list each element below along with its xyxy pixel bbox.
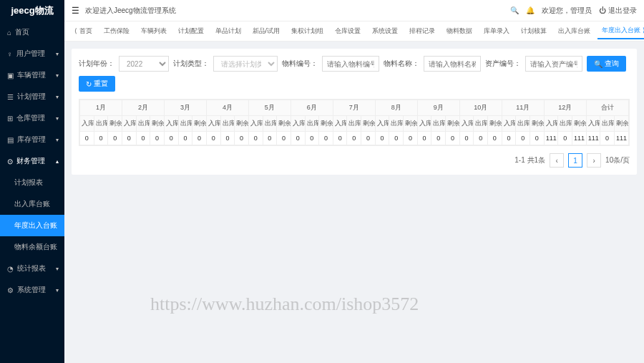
- tab-11[interactable]: 库单录入: [479, 24, 514, 39]
- cell: 0: [488, 132, 502, 145]
- submenu-material-balance[interactable]: 物料余额台账: [0, 236, 64, 258]
- logout-link[interactable]: ⏻ 退出登录: [599, 6, 637, 16]
- cell: 0: [192, 132, 207, 145]
- tab-2[interactable]: 车辆列表: [137, 24, 171, 39]
- sub-header: 入库: [544, 116, 558, 132]
- menu-vehicle[interactable]: ▣车辆管理▾: [0, 64, 64, 86]
- page-number[interactable]: 1: [568, 153, 582, 168]
- chevron-down-icon: ▾: [56, 51, 59, 57]
- menu-plan[interactable]: ☰计划管理▾: [0, 86, 64, 107]
- month-header: 合计: [586, 100, 628, 116]
- month-header: 5月: [248, 100, 291, 116]
- chevron-up-icon: ▴: [56, 158, 59, 165]
- cell: 0: [206, 132, 220, 145]
- tab-7[interactable]: 仓库设置: [331, 24, 365, 39]
- sub-header: 出库: [431, 116, 446, 132]
- type-select[interactable]: 请选择计划类型: [213, 56, 278, 72]
- sub-header: 剩余: [446, 116, 460, 132]
- month-header: 12月: [544, 100, 586, 116]
- month-header: 4月: [206, 100, 248, 116]
- sub-header: 出库: [263, 116, 277, 132]
- sub-header: 出库: [516, 116, 530, 132]
- chevron-down-icon: ▾: [56, 137, 59, 143]
- tab-13[interactable]: 出入库台账: [554, 24, 595, 39]
- year-select[interactable]: 2022: [119, 56, 169, 72]
- menu-finance[interactable]: ⊙财务管理▴: [0, 150, 64, 172]
- search-button[interactable]: 🔍查询: [587, 56, 626, 72]
- menu-warehouse[interactable]: ⊞仓库管理▾: [0, 107, 64, 129]
- next-page[interactable]: ›: [587, 153, 601, 168]
- asset-input[interactable]: [525, 56, 582, 72]
- tab-9[interactable]: 排程记录: [405, 24, 439, 39]
- cell: 0: [220, 132, 235, 145]
- asset-label: 资产编号：: [485, 59, 521, 69]
- sub-header: 剩余: [319, 116, 333, 132]
- month-header: 6月: [291, 100, 333, 116]
- submenu-inout-ledger[interactable]: 出入库台账: [0, 193, 64, 215]
- sub-header: 入库: [80, 116, 94, 132]
- name-input[interactable]: [424, 56, 481, 72]
- cell: 111: [586, 132, 600, 145]
- cell: 0: [277, 132, 291, 145]
- month-header: 10月: [459, 100, 502, 116]
- tab-5[interactable]: 新品/试用: [248, 24, 285, 39]
- menu-stock[interactable]: ▤库存管理▾: [0, 129, 64, 150]
- sub-header: 剩余: [488, 116, 502, 132]
- menu-system[interactable]: ⚙系统管理▾: [0, 279, 64, 301]
- tab-14[interactable]: 年度出入台账 ⟩: [597, 23, 644, 39]
- page-size[interactable]: 10条/页: [605, 155, 630, 165]
- sub-header: 剩余: [614, 116, 628, 132]
- sub-header: 入库: [417, 116, 431, 132]
- bell-icon[interactable]: 🔔: [526, 6, 535, 14]
- cell: 0: [263, 132, 277, 145]
- tab-4[interactable]: 单品计划: [211, 24, 245, 39]
- menu-home[interactable]: ⌂首页: [0, 21, 64, 43]
- gear-icon: ⚙: [7, 286, 14, 294]
- cell: 0: [80, 132, 94, 145]
- tab-0[interactable]: ⟨ 首页: [70, 24, 97, 39]
- month-header: 2月: [122, 100, 164, 116]
- sub-header: 出库: [389, 116, 404, 132]
- prev-page[interactable]: ‹: [550, 153, 564, 168]
- sub-header: 入库: [122, 116, 136, 132]
- cell: 111: [614, 132, 628, 145]
- sub-header: 出库: [305, 116, 319, 132]
- chevron-down-icon: ▾: [56, 115, 59, 122]
- warehouse-icon: ⊞: [7, 115, 13, 122]
- tab-1[interactable]: 工伤保险: [99, 24, 134, 39]
- tab-8[interactable]: 系统设置: [368, 24, 402, 39]
- finance-icon: ⊙: [7, 158, 13, 165]
- tab-10[interactable]: 物料数据: [442, 24, 477, 39]
- menu-stats[interactable]: ◔统计报表▾: [0, 258, 64, 279]
- tab-12[interactable]: 计划核算: [517, 24, 551, 39]
- reset-button[interactable]: ↻重置: [79, 76, 115, 92]
- collapse-icon[interactable]: ☰: [72, 6, 79, 16]
- cell: 0: [164, 132, 178, 145]
- pagination-info: 1-1 共1条: [514, 155, 545, 165]
- chevron-down-icon: ▾: [56, 72, 59, 79]
- month-header: 11月: [502, 100, 544, 116]
- cell: 0: [333, 132, 347, 145]
- sub-header: 剩余: [192, 116, 207, 132]
- sub-header: 入库: [164, 116, 178, 132]
- cell: 0: [94, 132, 108, 145]
- tab-6[interactable]: 集权计划组: [287, 24, 328, 39]
- cell: 0: [136, 132, 150, 145]
- menu-user[interactable]: ♀用户管理▾: [0, 43, 64, 64]
- submenu-yearly-ledger[interactable]: 年度出入台账: [0, 215, 64, 236]
- tab-3[interactable]: 计划配置: [174, 24, 208, 39]
- month-header: 8月: [375, 100, 417, 116]
- welcome-text: 欢迎进入Jeecg物流管理系统: [85, 6, 504, 16]
- sub-header: 出库: [474, 116, 488, 132]
- reload-icon: ↻: [86, 80, 92, 88]
- menu-label: 财务管理: [16, 156, 45, 166]
- cell: 0: [389, 132, 404, 145]
- search-icon[interactable]: 🔍: [510, 6, 519, 14]
- month-header: 1月: [80, 100, 122, 116]
- user-greeting[interactable]: 欢迎您，管理员: [542, 6, 592, 16]
- type-label: 计划类型：: [173, 59, 209, 69]
- submenu-plan-report[interactable]: 计划报表: [0, 172, 64, 193]
- code-input[interactable]: [322, 56, 379, 72]
- table-row: 0000000000000000000000000000000001110111…: [80, 132, 629, 145]
- stock-icon: ▤: [7, 136, 14, 144]
